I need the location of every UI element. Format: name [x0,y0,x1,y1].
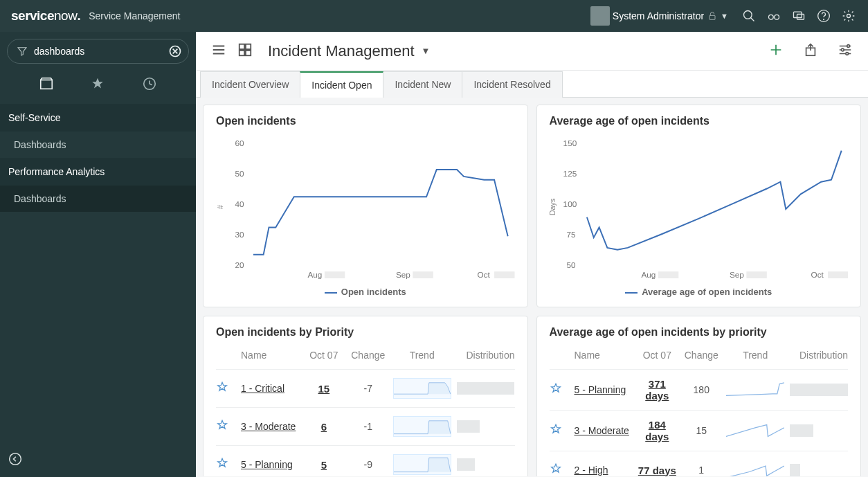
value-cell[interactable]: 77 days [638,465,676,476]
user-avatar[interactable] [590,6,610,26]
svg-text:150: 150 [563,138,577,147]
svg-text:Aug: Aug [307,270,322,279]
nav-section-self-service[interactable]: Self-Service [0,104,196,132]
table-row: 3 - Moderate 184 days 15 [550,410,849,451]
svg-rect-14 [246,44,251,48]
col-distribution: Distribution [457,350,515,361]
menu-icon[interactable] [211,42,226,60]
dashboard-body: Open incidents # 60 50 40 30 20 Aug Sep … [196,98,868,476]
col-date: Oct 07 [305,350,343,361]
col-change: Change [349,350,388,361]
age-priority-table: Name Oct 07 Change Trend Distribution 5 … [550,350,849,476]
clear-filter-icon[interactable] [168,44,182,61]
svg-point-1 [744,11,752,19]
trend-sparkline [726,420,784,441]
gear-icon[interactable] [840,8,857,24]
widget-open-by-priority: Open incidents by Priority Name Oct 07 C… [203,316,528,476]
history-icon[interactable] [142,76,157,94]
share-icon[interactable] [803,42,818,60]
value-cell[interactable]: 6 [305,421,343,433]
dashboard-picker-caret[interactable]: ▼ [422,46,431,56]
chart-legend: Average age of open incidents [550,287,849,297]
priority-link[interactable]: 2 - High [575,465,633,476]
star-button[interactable] [550,462,569,476]
svg-text:40: 40 [235,199,244,208]
value-cell[interactable]: 15 [305,383,343,395]
star-button[interactable] [550,382,569,397]
add-widget-button[interactable] [768,42,784,60]
svg-point-20 [846,52,849,55]
user-name[interactable]: System Administrator [613,10,704,21]
logo-service: service [11,8,54,23]
config-icon[interactable] [838,42,853,60]
logo: servicenow. [11,8,80,24]
change-cell: 180 [682,384,721,395]
priority-link[interactable]: 3 - Moderate [575,425,633,436]
chart-avg-age: Days 150 125 100 75 50 Aug Sep Oct [550,134,849,280]
col-change: Change [682,350,721,361]
svg-rect-28 [413,271,433,278]
tab-incident-new[interactable]: Incident New [383,71,462,98]
svg-point-8 [847,15,851,18]
value-cell[interactable]: 184 days [638,419,676,442]
search-icon[interactable] [741,8,757,24]
svg-rect-30 [494,271,514,278]
table-row: 3 - Moderate 6 -1 [216,407,515,445]
top-bar: servicenow. Service Management System Ad… [0,0,868,32]
star-button[interactable] [216,419,235,434]
widget-title: Open incidents by Priority [216,326,515,339]
trend-sparkline [726,460,784,476]
star-button[interactable] [216,381,235,396]
elevate-role-button[interactable]: ▼ [707,10,728,21]
svg-text:Sep: Sep [729,270,743,279]
line-series-age [586,151,841,250]
tab-incident-overview[interactable]: Incident Overview [200,71,300,98]
svg-rect-15 [239,50,244,55]
trend-sparkline [393,416,451,437]
dashboard-tabs: Incident Overview Incident Open Incident… [196,71,868,98]
line-series-open [253,170,508,255]
grid-icon[interactable] [237,42,253,60]
left-nav: Self-Service Dashboards Performance Anal… [0,32,196,477]
nav-icon-row [0,69,196,104]
nav-section-performance-analytics[interactable]: Performance Analytics [0,158,196,186]
svg-rect-0 [709,15,715,19]
nav-item-dashboards-2[interactable]: Dashboards [0,186,196,212]
value-cell[interactable]: 371 days [638,378,676,402]
distribution-bar [790,424,848,437]
svg-text:60: 60 [235,138,244,147]
svg-point-18 [847,44,850,47]
value-cell[interactable]: 5 [305,459,343,471]
svg-text:Oct: Oct [811,270,824,279]
chat-icon[interactable] [790,8,807,24]
trend-sparkline [393,454,451,475]
change-cell: 1 [682,465,721,476]
filter-input[interactable] [7,39,189,64]
priority-link[interactable]: 1 - Critical [241,383,299,394]
col-date: Oct 07 [638,350,676,361]
svg-text:Sep: Sep [396,270,410,279]
change-cell: -1 [349,421,388,432]
svg-text:Oct: Oct [478,270,491,279]
table-row: 1 - Critical 15 -7 [216,369,515,407]
change-cell: -9 [349,459,388,470]
favorites-icon[interactable] [90,76,105,94]
star-button[interactable] [216,457,235,472]
svg-text:125: 125 [563,169,577,178]
tab-incident-resolved[interactable]: Incident Resolved [462,71,562,98]
nav-item-dashboards-1[interactable]: Dashboards [0,132,196,158]
all-apps-icon[interactable] [39,76,54,94]
priority-link[interactable]: 5 - Planning [575,384,633,395]
priority-link[interactable]: 5 - Planning [241,459,299,470]
svg-point-2 [769,15,774,19]
glasses-icon[interactable] [766,8,782,24]
collapse-nav-button[interactable] [8,452,22,469]
dashboard-title[interactable]: Incident Management [268,42,415,60]
star-button[interactable] [550,423,569,438]
help-icon[interactable] [815,8,832,24]
widget-avg-age: Average age of open incidents Days 150 1… [536,105,862,307]
priority-link[interactable]: 3 - Moderate [241,421,299,432]
y-axis-label: # [216,205,224,209]
tab-incident-open[interactable]: Incident Open [300,71,383,98]
svg-text:50: 50 [235,169,244,178]
